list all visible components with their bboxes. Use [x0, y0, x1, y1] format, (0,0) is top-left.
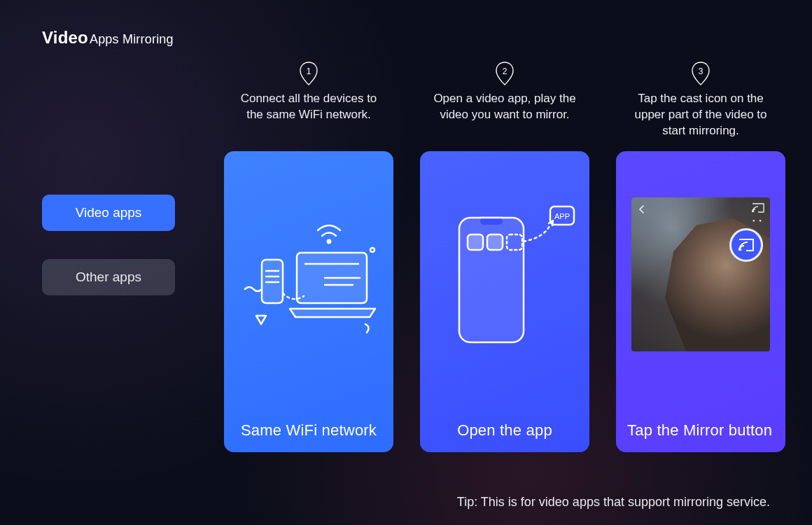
map-pin-icon: 2 [496, 62, 514, 85]
title-bold: Video [42, 28, 88, 47]
map-pin-icon: 3 [692, 62, 710, 85]
tab-video-apps[interactable]: Video apps [42, 195, 175, 231]
title-rest: Apps Mirroring [90, 32, 174, 46]
cast-button[interactable] [729, 228, 763, 262]
step-card-1: Same WiFi network [224, 151, 393, 452]
more-icon: ● ● [752, 218, 763, 223]
step-card-3: ● ● Tap the Mirror button [616, 151, 785, 452]
step-3: 3 Tap the cast icon on the upper part of… [616, 62, 785, 452]
tab-label: Video apps [76, 205, 142, 220]
steps-row: 1 Connect all the devices to the same Wi… [224, 62, 785, 452]
map-pin-icon: 1 [300, 62, 318, 85]
wifi-devices-illustration [235, 211, 382, 351]
step-card-2: APP Open the app [420, 151, 589, 452]
step-number: 2 [503, 66, 507, 76]
chevron-left-icon [637, 204, 647, 214]
step-2: 2 Open a video app, play the video you w… [420, 62, 589, 452]
svg-text:APP: APP [554, 212, 570, 220]
step-number: 1 [307, 66, 312, 76]
step-description: Tap the cast icon on the upper part of t… [627, 91, 774, 151]
tab-label: Other apps [76, 270, 141, 285]
video-preview: ● ● [631, 197, 770, 351]
step-description: Connect all the devices to the same WiFi… [235, 91, 382, 151]
svg-rect-12 [468, 234, 483, 250]
svg-rect-11 [480, 218, 503, 225]
step-caption: Tap the Mirror button [627, 421, 776, 440]
cast-icon [752, 203, 764, 213]
step-number: 3 [699, 66, 704, 76]
svg-point-9 [370, 248, 374, 252]
svg-rect-13 [487, 234, 503, 250]
tip-text: Tip: This is for video apps that support… [0, 495, 770, 510]
tab-other-apps[interactable]: Other apps [42, 259, 175, 295]
step-1: 1 Connect all the devices to the same Wi… [224, 62, 393, 452]
svg-point-0 [328, 240, 330, 243]
svg-point-17 [752, 211, 754, 212]
step-description: Open a video app, play the video you wan… [431, 91, 578, 151]
step-caption: Same WiFi network [224, 421, 393, 440]
open-app-illustration: APP [431, 204, 578, 358]
sidebar: Video apps Other apps [42, 62, 224, 452]
cast-icon [738, 238, 755, 252]
step-caption: Open the app [420, 421, 589, 440]
svg-point-18 [739, 248, 742, 251]
page-title: VideoApps Mirroring [42, 28, 770, 48]
